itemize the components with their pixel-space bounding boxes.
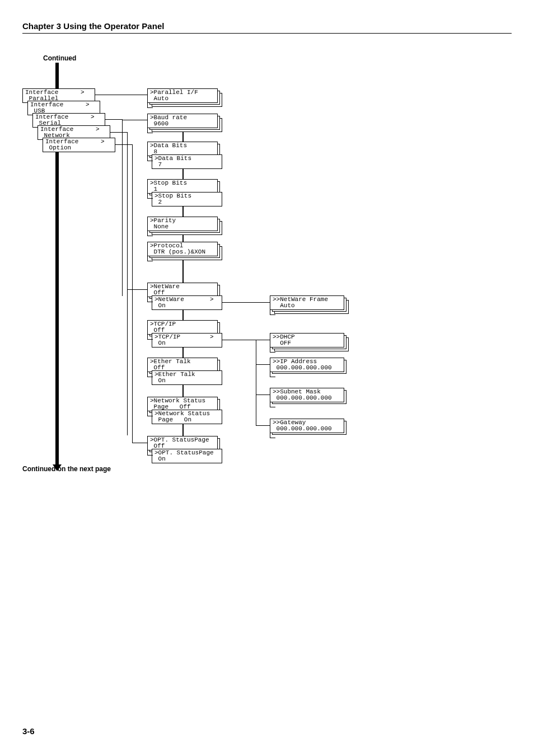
box-ip-address: >>IP Address 000.000.000.000	[270, 358, 344, 372]
menu-diagram: Interface > Parallel Interface > USB Int…	[22, 60, 414, 475]
box-baud-rate: >Baud rate 9600	[147, 114, 218, 128]
box-netware-on: >NetWare > On	[152, 295, 222, 310]
box-parallel-if: >Parallel I/F Auto	[147, 88, 218, 103]
box-netstatus-on: >Network Status Page On	[152, 410, 222, 424]
box-dhcp: >>DHCP OFF	[270, 333, 344, 348]
box-netware-frame: >>NetWare Frame Auto	[270, 295, 344, 310]
box-data-bits-7: >Data Bits 7	[152, 154, 222, 169]
box-ethertalk-on: >Ether Talk On	[152, 370, 222, 385]
box-optstatus-on: >OPT. StatusPage On	[152, 449, 222, 463]
continued-next-label: Continued on the next page	[22, 465, 111, 473]
box-parity: >Parity None	[147, 217, 218, 231]
box-interface-option: Interface > Option	[43, 138, 115, 152]
box-subnet-mask: >>Subnet Mask 000.000.000.000	[270, 388, 344, 402]
box-gateway: >>Gateway 000.000.000.000	[270, 419, 344, 433]
box-stop-bits-2: >Stop Bits 2	[152, 192, 222, 206]
page-number: 3-6	[22, 726, 35, 736]
box-tcpip-on: >TCP/IP > On	[152, 333, 222, 348]
box-protocol: >Protocol DTR (pos.)&XON	[147, 242, 218, 256]
chapter-header: Chapter 3 Using the Operator Panel	[22, 21, 512, 34]
